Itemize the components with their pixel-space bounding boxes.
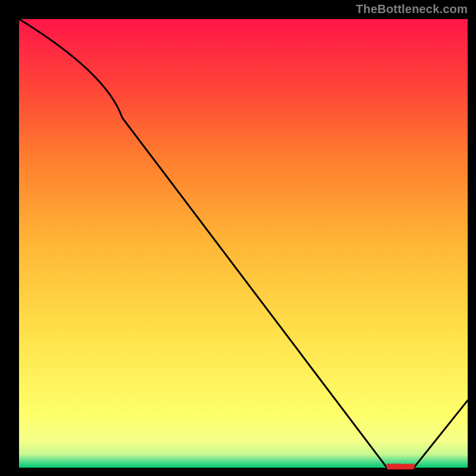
chart-svg: OPTIMUM (0, 0, 476, 476)
plot-background (19, 19, 468, 468)
optimum-label: OPTIMUM (386, 462, 415, 469)
attribution-text: TheBottleneck.com (356, 2, 468, 16)
chart-container: TheBottleneck.com OPTIMUM (0, 0, 476, 476)
